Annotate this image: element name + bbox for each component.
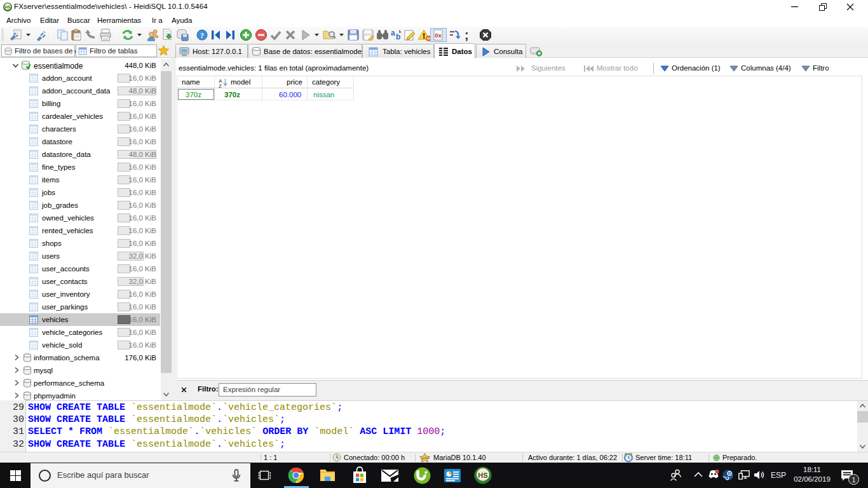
svg-text:Z: Z [219, 83, 222, 88]
svg-text:0x: 0x [435, 32, 442, 39]
svg-text:HS: HS [478, 471, 487, 479]
svg-text:a: a [391, 29, 395, 37]
svg-text:b: b [396, 32, 400, 41]
svg-text:HS: HS [5, 5, 10, 9]
svg-text:?: ? [200, 31, 204, 40]
